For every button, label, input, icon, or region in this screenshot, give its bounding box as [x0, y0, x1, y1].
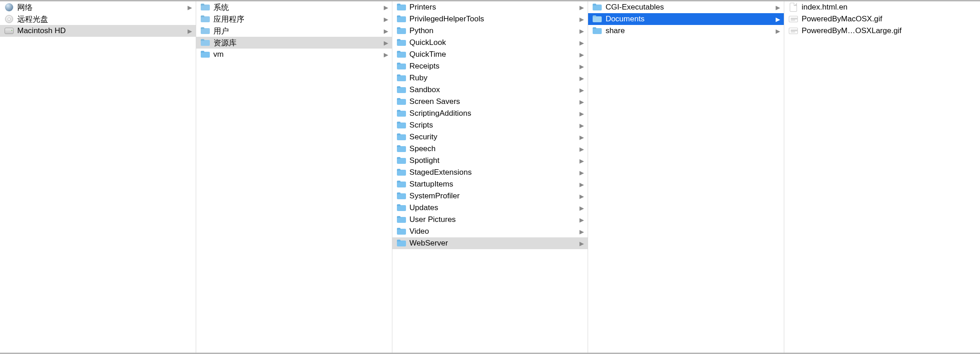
- folder-icon: [397, 121, 406, 130]
- folder-icon: [397, 203, 406, 212]
- folder-icon: [397, 50, 406, 59]
- file-row[interactable]: PoweredByM…OSXLarge.gif: [784, 25, 980, 37]
- folder-icon: [397, 144, 406, 153]
- folder-row[interactable]: WebServer▶: [392, 237, 588, 249]
- folder-row[interactable]: Python▶: [392, 25, 588, 37]
- chevron-right-icon: ▶: [579, 157, 584, 164]
- item-label: PoweredByM…OSXLarge.gif: [802, 26, 976, 35]
- chevron-right-icon: ▶: [188, 28, 192, 34]
- file-row[interactable]: 远程光盘: [0, 13, 196, 25]
- folder-row[interactable]: Updates▶: [392, 202, 588, 214]
- chevron-right-icon: ▶: [579, 240, 584, 247]
- globe-icon: [5, 3, 14, 12]
- folder-icon: [397, 97, 406, 106]
- item-label: ScriptingAdditions: [410, 109, 577, 118]
- folder-row[interactable]: QuickTime▶: [392, 49, 588, 60]
- folder-icon: [593, 3, 602, 12]
- folder-icon: [201, 15, 210, 24]
- item-label: Python: [410, 26, 577, 35]
- folder-row[interactable]: Scripts▶: [392, 119, 588, 131]
- folder-icon: [201, 3, 210, 12]
- chevron-right-icon: ▶: [776, 28, 780, 34]
- folder-row[interactable]: Security▶: [392, 131, 588, 143]
- column-root[interactable]: 系统▶应用程序▶用户▶资源库▶vm▶: [196, 1, 392, 353]
- folder-row[interactable]: User Pictures▶: [392, 214, 588, 226]
- folder-row[interactable]: Documents▶: [588, 13, 784, 25]
- item-label: Security: [410, 133, 577, 142]
- item-label: share: [605, 26, 773, 35]
- chevron-right-icon: ▶: [776, 4, 780, 11]
- folder-row[interactable]: Speech▶: [392, 143, 588, 155]
- column-documents[interactable]: index.html.enPoweredByMacOSX.gifPoweredB…: [784, 1, 980, 353]
- column-library[interactable]: Printers▶PrivilegedHelperTools▶Python▶Qu…: [392, 1, 589, 353]
- item-label: User Pictures: [410, 215, 577, 224]
- folder-row[interactable]: SystemProfiler▶: [392, 190, 588, 202]
- file-row[interactable]: index.html.en: [784, 1, 980, 13]
- folder-row[interactable]: Spotlight▶: [392, 155, 588, 167]
- folder-row[interactable]: Screen Savers▶: [392, 96, 588, 108]
- item-label: QuickLook: [410, 38, 577, 47]
- column-devices[interactable]: 网络▶远程光盘Macintosh HD▶: [0, 1, 196, 353]
- folder-row[interactable]: 资源库▶: [196, 37, 392, 49]
- file-row[interactable]: PoweredByMacOSX.gif: [784, 13, 980, 25]
- folder-row[interactable]: StartupItems▶: [392, 178, 588, 190]
- item-label: PoweredByMacOSX.gif: [802, 15, 976, 24]
- folder-icon: [397, 62, 406, 71]
- folder-row[interactable]: 用户▶: [196, 25, 392, 37]
- item-label: index.html.en: [802, 3, 976, 12]
- folder-row[interactable]: ScriptingAdditions▶: [392, 108, 588, 119]
- folder-icon: [397, 227, 406, 236]
- item-label: WebServer: [410, 239, 577, 248]
- folder-row[interactable]: Video▶: [392, 226, 588, 237]
- folder-row[interactable]: 应用程序▶: [196, 13, 392, 25]
- folder-row[interactable]: Sandbox▶: [392, 84, 588, 96]
- document-icon: [789, 3, 798, 12]
- item-label: StagedExtensions: [410, 168, 577, 177]
- folder-icon: [593, 15, 602, 24]
- chevron-right-icon: ▶: [579, 110, 584, 117]
- chevron-right-icon: ▶: [579, 63, 584, 70]
- folder-row[interactable]: vm▶: [196, 49, 392, 60]
- folder-row[interactable]: Macintosh HD▶: [0, 25, 196, 37]
- chevron-right-icon: ▶: [579, 16, 584, 23]
- image-file-icon: [789, 26, 798, 35]
- folder-icon: [397, 156, 406, 165]
- item-label: 用户: [213, 26, 381, 36]
- chevron-right-icon: ▶: [776, 16, 780, 23]
- hard-drive-icon: [5, 26, 14, 35]
- item-label: 应用程序: [213, 14, 381, 25]
- folder-icon: [201, 26, 210, 35]
- item-label: Documents: [605, 15, 773, 24]
- item-label: Speech: [410, 144, 577, 153]
- folder-row[interactable]: CGI-Executables▶: [588, 1, 784, 13]
- item-label: Video: [410, 227, 577, 236]
- folder-row[interactable]: QuickLook▶: [392, 37, 588, 49]
- chevron-right-icon: ▶: [579, 28, 584, 34]
- folder-row[interactable]: PrivilegedHelperTools▶: [392, 13, 588, 25]
- item-label: Macintosh HD: [17, 26, 185, 35]
- finder-column-view: 网络▶远程光盘Macintosh HD▶ 系统▶应用程序▶用户▶资源库▶vm▶ …: [0, 0, 980, 354]
- folder-icon: [397, 38, 406, 47]
- folder-row[interactable]: Receipts▶: [392, 60, 588, 72]
- folder-icon: [397, 26, 406, 35]
- chevron-right-icon: ▶: [384, 39, 388, 46]
- folder-icon: [397, 192, 406, 201]
- folder-row[interactable]: Printers▶: [392, 1, 588, 13]
- column-webserver[interactable]: CGI-Executables▶Documents▶share▶: [588, 1, 784, 353]
- folder-row[interactable]: Ruby▶: [392, 72, 588, 84]
- folder-row[interactable]: StagedExtensions▶: [392, 167, 588, 178]
- folder-icon: [397, 85, 406, 94]
- folder-row[interactable]: 网络▶: [0, 1, 196, 13]
- folder-row[interactable]: 系统▶: [196, 1, 392, 13]
- chevron-right-icon: ▶: [579, 193, 584, 200]
- item-label: Ruby: [410, 74, 577, 83]
- chevron-right-icon: ▶: [188, 4, 192, 11]
- folder-row[interactable]: share▶: [588, 25, 784, 37]
- item-label: 资源库: [213, 38, 381, 48]
- item-label: Spotlight: [410, 156, 577, 165]
- item-label: 远程光盘: [17, 14, 192, 25]
- item-label: QuickTime: [410, 50, 577, 59]
- item-label: Sandbox: [410, 85, 577, 94]
- chevron-right-icon: ▶: [579, 181, 584, 188]
- chevron-right-icon: ▶: [579, 134, 584, 141]
